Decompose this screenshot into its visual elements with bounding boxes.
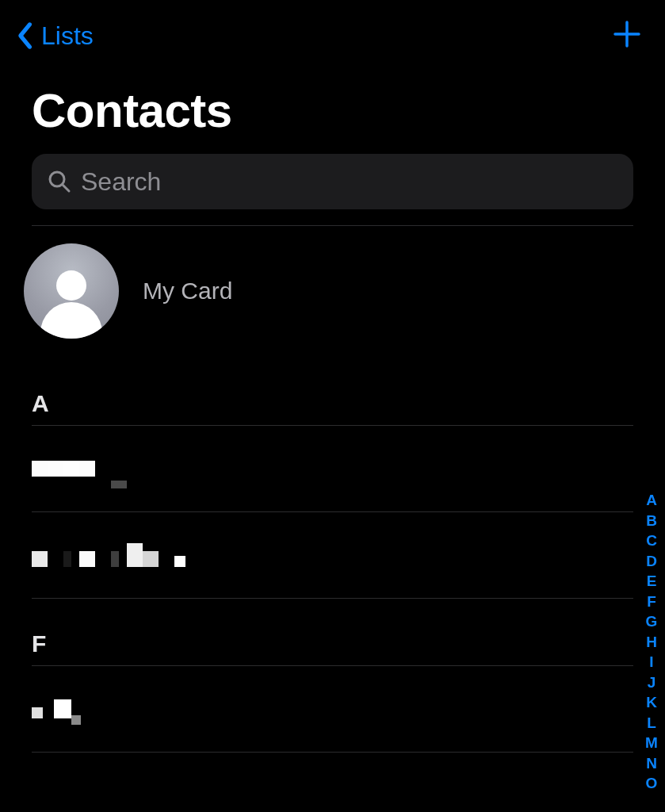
search-icon (48, 170, 71, 193)
index-letter[interactable]: A (643, 490, 660, 511)
add-button[interactable] (613, 20, 641, 52)
search-bar[interactable] (32, 154, 633, 209)
contact-row[interactable] (0, 666, 665, 752)
index-letter[interactable]: J (643, 672, 660, 693)
index-letter[interactable]: G (643, 611, 660, 632)
chevron-left-icon (16, 21, 33, 50)
section-letter: A (32, 390, 49, 416)
back-label: Lists (41, 21, 94, 51)
page-title: Contacts (32, 83, 633, 138)
contact-row[interactable] (0, 512, 665, 598)
contact-name (32, 543, 185, 567)
index-letter[interactable]: L (643, 713, 660, 733)
index-letter[interactable]: O (643, 773, 660, 794)
index-letter[interactable]: N (643, 753, 660, 774)
section-header: F (0, 599, 665, 665)
my-card-row[interactable]: My Card (0, 226, 665, 370)
index-letter[interactable]: B (643, 511, 660, 531)
index-sidebar[interactable]: A B C D E F G H I J K L M N O (643, 490, 660, 794)
section-letter: F (32, 630, 46, 657)
divider (32, 752, 633, 753)
index-letter[interactable]: D (643, 551, 660, 572)
back-button[interactable]: Lists (16, 21, 94, 51)
contact-name (32, 699, 81, 718)
index-letter[interactable]: H (643, 632, 660, 653)
index-letter[interactable]: C (643, 530, 660, 551)
search-input[interactable] (81, 167, 617, 197)
index-letter[interactable]: F (643, 592, 660, 612)
plus-icon (613, 20, 641, 48)
section-header: A (0, 370, 665, 425)
index-letter[interactable]: M (643, 733, 660, 753)
search-container (0, 154, 665, 225)
contact-row[interactable] (0, 426, 665, 511)
title-bar: Contacts (0, 59, 665, 154)
my-card-label: My Card (143, 278, 232, 304)
index-letter[interactable]: E (643, 571, 660, 592)
svg-line-3 (63, 185, 69, 191)
index-letter[interactable]: K (643, 692, 660, 713)
avatar (24, 243, 119, 339)
contact-name (32, 461, 127, 477)
navigation-bar: Lists (0, 0, 665, 59)
index-letter[interactable]: I (643, 652, 660, 672)
